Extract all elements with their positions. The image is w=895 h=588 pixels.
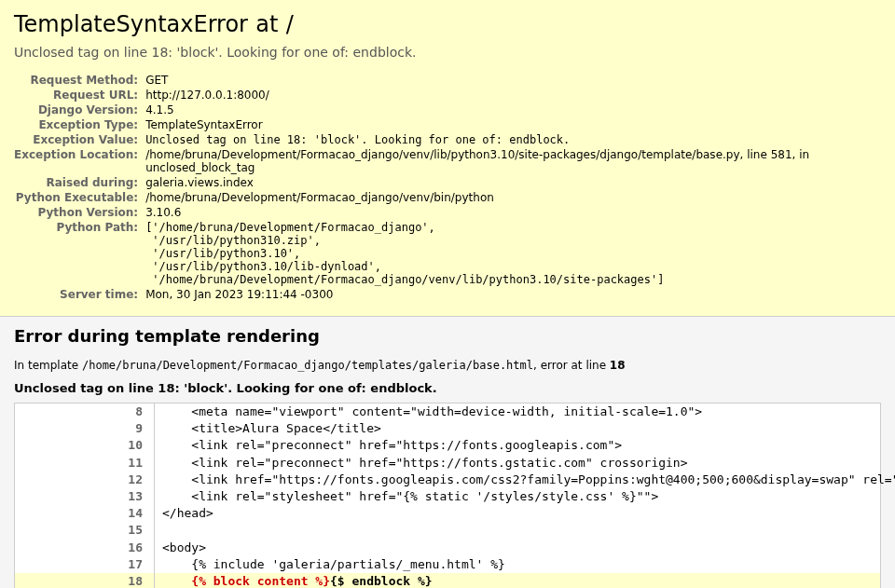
template-path: /home/bruna/Development/Formacao_django/… <box>82 359 533 372</box>
source-line: 14</head> <box>15 505 880 522</box>
row-exception-type: Exception Type:TemplateSyntaxError <box>14 117 881 132</box>
line-number: 14 <box>15 505 155 522</box>
error-line-number: 18 <box>610 359 626 372</box>
source-line: 18 {% block content %}{$ endblock %} <box>15 573 880 588</box>
row-request-url: Request URL:http://127.0.0.1:8000/ <box>14 88 881 103</box>
source-line: 9 <title>Alura Space</title> <box>15 420 880 437</box>
line-number: 10 <box>15 437 155 454</box>
exception-message: Unclosed tag on line 18: 'block'. Lookin… <box>14 45 881 60</box>
line-number: 13 <box>15 488 155 505</box>
error-title: TemplateSyntaxError at / <box>14 11 881 37</box>
template-error-location: In template /home/bruna/Development/Form… <box>14 359 881 372</box>
source-line: 17 {% include 'galeria/partials/_menu.ht… <box>15 556 880 573</box>
line-number: 8 <box>15 403 155 420</box>
template-error-heading: Error during template rendering <box>14 326 881 346</box>
row-server-time: Server time:Mon, 30 Jan 2023 19:11:44 -0… <box>14 287 881 302</box>
row-django-version: Django Version:4.1.5 <box>14 103 881 117</box>
line-number: 18 <box>15 573 155 588</box>
request-path: / <box>286 11 294 37</box>
error-token: {% block content %} <box>162 574 330 588</box>
source-line: 10 <link rel="preconnect" href="https://… <box>15 437 880 454</box>
source-line: 16<body> <box>15 540 880 556</box>
exception-type: TemplateSyntaxError <box>14 11 248 37</box>
line-code: </head> <box>155 505 213 522</box>
template-error-section: Error during template rendering In templ… <box>0 316 895 588</box>
line-number: 15 <box>15 522 155 539</box>
row-python-executable: Python Executable:/home/bruna/Developmen… <box>14 190 881 205</box>
line-code <box>155 522 162 539</box>
source-listing: 8 <meta name="viewport" content="width=d… <box>14 403 881 588</box>
line-number: 17 <box>15 556 155 573</box>
line-number: 11 <box>15 455 155 472</box>
line-code: <title>Alura Space</title> <box>155 420 381 437</box>
source-line: 11 <link rel="preconnect" href="https://… <box>15 455 880 472</box>
line-code: <link rel="stylesheet" href="{% static '… <box>155 488 658 505</box>
line-code: <meta name="viewport" content="width=dev… <box>155 403 702 420</box>
line-code: {% include 'galeria/partials/_menu.html'… <box>155 556 505 573</box>
source-line: 13 <link rel="stylesheet" href="{% stati… <box>15 488 880 505</box>
row-request-method: Request Method:GET <box>14 73 881 88</box>
line-code: {% block content %}{$ endblock %} <box>155 573 433 588</box>
row-raised-during: Raised during:galeria.views.index <box>14 175 881 190</box>
meta-table: Request Method:GET Request URL:http://12… <box>14 73 881 302</box>
line-number: 9 <box>15 420 155 437</box>
row-exception-location: Exception Location:/home/bruna/Developme… <box>14 147 881 175</box>
line-code: <link rel="preconnect" href="https://fon… <box>155 455 688 472</box>
row-exception-value: Exception Value:Unclosed tag on line 18:… <box>14 132 881 147</box>
error-summary: TemplateSyntaxError at / Unclosed tag on… <box>0 0 895 316</box>
row-python-path: Python Path:['/home/bruna/Development/Fo… <box>14 220 881 287</box>
source-line: 12 <link href="https://fonts.googleapis.… <box>15 472 880 488</box>
line-code: <link href="https://fonts.googleapis.com… <box>155 472 895 488</box>
line-number: 16 <box>15 540 155 556</box>
row-python-version: Python Version:3.10.6 <box>14 205 881 220</box>
line-code: <body> <box>155 540 206 556</box>
template-error-subheading: Unclosed tag on line 18: 'block'. Lookin… <box>14 381 881 395</box>
source-line: 8 <meta name="viewport" content="width=d… <box>15 403 880 420</box>
source-line: 15 <box>15 522 880 539</box>
at-word: at <box>255 11 278 37</box>
line-number: 12 <box>15 472 155 488</box>
line-code: <link rel="preconnect" href="https://fon… <box>155 437 622 454</box>
